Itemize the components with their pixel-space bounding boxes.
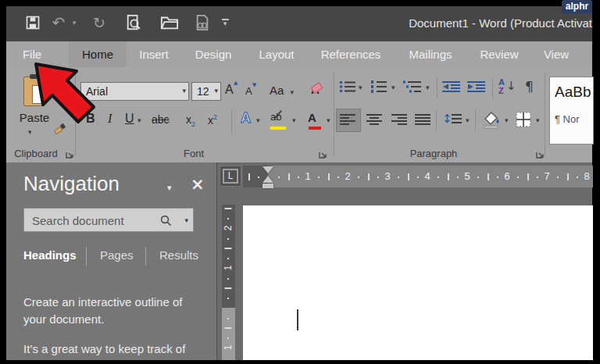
first-line-indent-marker[interactable] [262, 166, 273, 173]
hanging-indent-marker[interactable] [262, 176, 273, 183]
numbering-dropdown-icon[interactable]: ▾ [391, 84, 395, 91]
grow-font-button[interactable]: A ▲ [225, 83, 234, 97]
shading-dropdown-icon[interactable]: ▾ [505, 116, 509, 124]
superscript-mark: 2 [213, 113, 217, 121]
ruler-tick [227, 337, 229, 339]
ruler-text-zone [222, 308, 235, 360]
font-color-dropdown-icon[interactable]: ▾ [327, 116, 330, 124]
undo-button[interactable]: ↶ [48, 12, 69, 33]
search-icon[interactable] [160, 215, 172, 227]
shrink-font-button[interactable]: A ▼ [245, 85, 252, 97]
style-name-text: ¶ Nor [555, 113, 580, 125]
grow-font-label: A [225, 83, 234, 96]
print-preview-button[interactable] [123, 12, 144, 33]
line-spacing-button[interactable]: ↕ [442, 110, 464, 129]
italic-button[interactable]: I [108, 112, 112, 126]
increase-indent-button[interactable] [467, 80, 486, 93]
font-size-select[interactable]: 12 ▾ [191, 82, 221, 101]
ruler-number: 1 [223, 266, 234, 271]
superscript-button[interactable]: x2 [208, 113, 217, 127]
nav-close-icon[interactable]: × [191, 175, 205, 194]
ruler-tick [537, 177, 538, 178]
clear-formatting-button[interactable]: A [311, 83, 320, 96]
text-effects-button[interactable]: A [241, 110, 251, 127]
style-preview-text: AaBb [555, 84, 591, 101]
underline-button[interactable]: U [125, 112, 134, 126]
multilevel-list-button[interactable] [403, 80, 422, 93]
bullets-button[interactable] [339, 80, 356, 93]
change-case-button[interactable]: Aa ▾ [270, 84, 294, 97]
highlight-dropdown-icon[interactable]: ▾ [292, 116, 296, 124]
ruler-tick [377, 177, 379, 178]
borders-icon [516, 112, 531, 127]
tab-design[interactable]: Design [192, 41, 234, 67]
tab-mailings[interactable]: Mailings [401, 41, 460, 67]
align-center-button[interactable] [366, 113, 383, 126]
font-color-button[interactable]: A [308, 111, 322, 130]
tab-stop-selector-label: L [223, 169, 238, 184]
ruler-number: 2 [223, 226, 234, 231]
bullets-dropdown-icon[interactable]: ▾ [359, 84, 362, 91]
tab-stop-selector[interactable]: L [220, 166, 241, 187]
font-dialog-launcher[interactable] [319, 150, 327, 159]
left-indent-marker[interactable] [262, 184, 273, 188]
vertical-ruler[interactable]: 211 [222, 205, 235, 360]
clipboard-group-label: Clipboard [8, 148, 64, 159]
numbering-icon [370, 80, 388, 93]
ruler-tick [227, 318, 229, 319]
shrink-font-label: A [245, 85, 252, 97]
redo-button[interactable]: ↻ [89, 12, 109, 33]
justify-button[interactable] [414, 113, 431, 126]
tab-references[interactable]: References [319, 41, 383, 67]
qat-customize-chevron: ▾ [223, 21, 227, 27]
ruler-number: 5 [464, 170, 470, 182]
highlight-button[interactable]: ab [270, 111, 288, 130]
multilevel-dropdown-icon[interactable]: ▾ [426, 84, 430, 91]
tab-insert[interactable]: Insert [133, 41, 175, 67]
tab-view[interactable]: View [539, 41, 573, 67]
style-normal-item[interactable]: AaBb ¶ Nor [549, 77, 594, 145]
align-left-icon [339, 113, 356, 126]
decrease-indent-button[interactable] [442, 80, 461, 93]
ruler-tick [557, 177, 559, 178]
borders-button[interactable] [516, 112, 531, 127]
qat-customize-button[interactable]: ▾ [219, 12, 231, 33]
align-right-button[interactable] [391, 113, 408, 126]
word-window: ↶ ▾ ↻ ▾ Document1 - W [6, 6, 592, 360]
nav-tab-results[interactable]: Results [159, 248, 198, 262]
tab-review[interactable]: Review [473, 41, 525, 67]
ruler-tick [288, 173, 290, 180]
ruler-tick [225, 287, 232, 289]
sort-button[interactable]: A Z ↓ [498, 77, 519, 98]
borders-dropdown-icon[interactable]: ▾ [536, 116, 540, 124]
page[interactable] [243, 205, 593, 360]
chevron-down-icon: ▾ [291, 88, 295, 96]
horizontal-ruler[interactable]: 12345678 [243, 166, 593, 187]
search-input[interactable] [30, 212, 159, 229]
paste-dropdown-icon[interactable]: ▾ [28, 128, 32, 136]
nav-tab-headings[interactable]: Headings [23, 248, 77, 262]
undo-dropdown-icon[interactable]: ▾ [70, 12, 78, 33]
underline-dropdown-icon[interactable]: ▾ [138, 116, 141, 124]
open-button[interactable] [158, 12, 181, 33]
nav-search-box[interactable]: ▾ [23, 208, 194, 232]
nav-tab-pages[interactable]: Pages [100, 248, 134, 262]
show-marks-button[interactable]: ¶ [525, 79, 534, 95]
nav-options-chevron-icon[interactable]: ▾ [167, 183, 172, 193]
align-left-button[interactable] [339, 113, 356, 126]
text-effects-dropdown-icon[interactable]: ▾ [256, 116, 260, 124]
paragraph-dialog-launcher[interactable] [536, 150, 545, 159]
clipboard-dialog-launcher[interactable] [66, 150, 74, 159]
numbering-button[interactable] [370, 80, 388, 93]
line-spacing-dropdown-icon[interactable]: ▾ [466, 116, 470, 124]
tab-layout[interactable]: Layout [255, 41, 298, 67]
decrease-indent-icon [442, 80, 461, 93]
edit-links-button[interactable] [192, 12, 212, 33]
search-dropdown-icon[interactable]: ▾ [184, 216, 188, 224]
text-cursor [297, 309, 298, 330]
strikethrough-button[interactable]: abc [152, 113, 170, 126]
shading-button[interactable] [481, 109, 502, 130]
ruler-number: 1 [305, 170, 310, 182]
save-button[interactable] [23, 12, 42, 33]
subscript-button[interactable]: x2 [186, 113, 195, 128]
